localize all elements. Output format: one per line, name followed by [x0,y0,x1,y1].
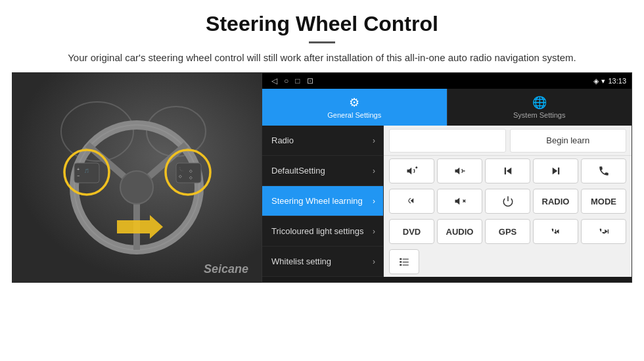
menu-radio-chevron: › [373,136,375,145]
power-button[interactable] [485,189,530,214]
control-row-1 [384,156,632,186]
settings-menu: Radio › DefaultSetting › Steering Wheel … [262,126,384,277]
svg-text:◇: ◇ [189,176,193,180]
phone-button[interactable] [581,158,626,183]
vol-up-icon [406,165,418,177]
tab-bar: ⚙ General Settings 🌐 System Settings [262,89,632,126]
menu-default-label: DefaultSetting [271,166,325,176]
svg-rect-35 [555,229,555,233]
menu-item-steering-wheel[interactable]: Steering Wheel learning › [262,186,383,216]
control-row-2: RADIO MODE [384,186,632,216]
menu-steering-label: Steering Wheel learning [271,196,363,206]
nav-back-icon[interactable]: ◁ [271,76,277,85]
radio-label: RADIO [542,197,570,206]
menu-item-radio[interactable]: Radio › [262,126,383,156]
svg-text:◇: ◇ [189,169,193,173]
menu-whitelist-label: Whitelist setting [271,256,331,266]
menu-item-default-setting[interactable]: DefaultSetting › [262,156,383,186]
menu-item-whitelist[interactable]: Whitelist setting › [262,247,383,277]
dvd-button[interactable]: DVD [389,219,434,244]
status-info: ◈ ▾ 13:13 [593,77,626,85]
system-settings-icon: 🌐 [532,95,547,110]
menu-radio-label: Radio [271,135,294,145]
svg-text:+: + [77,167,80,172]
radio-button[interactable]: RADIO [533,189,578,214]
svg-rect-29 [558,168,559,175]
menu-item-tricoloured[interactable]: Tricoloured light settings › [262,216,383,247]
svg-rect-38 [400,258,402,260]
nav-home-icon[interactable]: ○ [284,76,288,85]
menu-tricoloured-label: Tricoloured light settings [271,226,363,236]
svg-rect-9 [74,163,99,183]
page-title: Steering Wheel Control [26,12,618,36]
svg-rect-13 [176,163,201,183]
general-settings-icon: ⚙ [349,95,359,110]
tab-system-settings[interactable]: 🌐 System Settings [447,89,632,126]
svg-rect-37 [607,229,608,233]
control-row-3: DVD AUDIO GPS [384,216,632,247]
svg-marker-21 [407,168,411,175]
main-content: + − 🎵 📞 ◇ ◇ ◇ Seicane [12,72,632,283]
vol-up-button[interactable] [389,158,434,183]
nav-recent-icon[interactable]: □ [295,76,300,85]
svg-rect-40 [400,261,402,262]
svg-rect-42 [400,264,402,266]
wifi-icon: ▾ [601,77,605,85]
svg-text:−: − [77,174,80,178]
svg-text:◇: ◇ [179,174,182,178]
svg-point-8 [120,171,153,204]
settings-area: Radio › DefaultSetting › Steering Wheel … [262,126,632,277]
control-panel: Begin learn [384,126,632,277]
steering-wheel-illustration: + − 🎵 📞 ◇ ◇ ◇ [38,92,235,263]
phone-prev-button[interactable] [533,219,578,244]
svg-marker-30 [455,198,459,205]
nav-icons: ◁ ○ □ ⊡ [267,76,591,85]
tab-general-settings[interactable]: ⚙ General Settings [262,89,447,126]
phone-prev-icon [550,226,562,237]
back-button[interactable] [389,189,434,214]
location-icon: ◈ [593,77,599,85]
svg-rect-41 [403,262,409,262]
menu-tricoloured-chevron: › [373,227,375,236]
vol-down-button[interactable] [437,158,482,183]
gps-label: GPS [499,227,517,237]
header-description: Your original car's steering wheel contr… [26,50,618,66]
menu-default-chevron: › [373,166,375,176]
back-icon [406,195,418,207]
list-icon-button[interactable] [389,249,419,274]
mute-button[interactable] [437,189,482,214]
tab-system-label: System Settings [513,111,565,119]
page-header: Steering Wheel Control Your original car… [0,0,644,72]
svg-rect-27 [504,168,505,175]
svg-rect-39 [403,259,409,260]
tab-general-label: General Settings [327,111,381,119]
mute-icon [454,195,466,207]
svg-rect-43 [403,265,409,266]
begin-learn-button[interactable]: Begin learn [510,129,627,153]
prev-track-button[interactable] [485,158,530,183]
mode-button[interactable]: MODE [581,189,626,214]
android-panel: ◁ ○ □ ⊡ ◈ ▾ 13:13 ⚙ General Settings 🌐 S… [262,72,632,283]
phone-icon [598,165,610,177]
car-image-bg: + − 🎵 📞 ◇ ◇ ◇ Seicane [12,72,262,283]
car-image-panel: + − 🎵 📞 ◇ ◇ ◇ Seicane [12,72,262,283]
svg-text:🎵: 🎵 [84,168,89,174]
learn-input-empty [389,129,506,153]
audio-button[interactable]: AUDIO [437,219,482,244]
nav-extra-icon[interactable]: ⊡ [307,76,313,85]
prev-track-icon [502,165,514,177]
svg-marker-28 [552,168,557,175]
control-row-4 [384,247,632,277]
next-track-button[interactable] [533,158,578,183]
menu-whitelist-chevron: › [373,257,375,266]
seicane-watermark: Seicane [204,262,248,276]
phone-next-button[interactable] [581,219,626,244]
audio-label: AUDIO [446,227,474,237]
clock: 13:13 [608,77,626,85]
svg-marker-24 [455,168,459,175]
gps-button[interactable]: GPS [485,219,530,244]
control-top-row: Begin learn [384,126,632,156]
next-track-icon [550,165,562,177]
dvd-label: DVD [403,227,421,237]
svg-marker-26 [506,168,511,175]
